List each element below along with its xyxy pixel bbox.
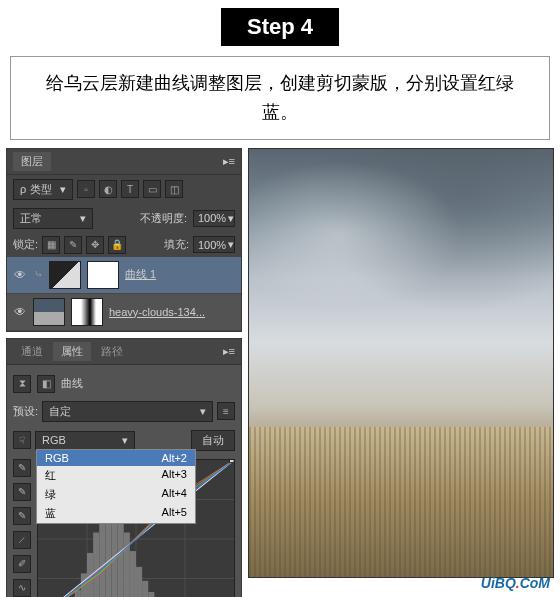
svg-rect-23: [142, 580, 148, 597]
clip-indicator-icon: ⤷: [33, 268, 43, 281]
preview-image: [248, 148, 554, 578]
instruction-text: 给乌云层新建曲线调整图层，创建剪切蒙版，分别设置红绿蓝。: [10, 56, 550, 140]
lock-pixels-icon[interactable]: ✎: [64, 236, 82, 254]
target-adjust-icon[interactable]: ☟: [13, 431, 31, 449]
tab-paths[interactable]: 路径: [93, 342, 131, 361]
properties-body: ⧗ ◧ 曲线 预设: 自定▾ ≡ ☟ RGB▾: [7, 365, 241, 597]
layers-filter-row: ρ类型▾ ▫ ◐ T ▭ ◫: [7, 175, 241, 204]
step-badge: Step 4: [221, 8, 339, 46]
properties-panel: 通道 属性 路径 ▸≡ ⧗ ◧ 曲线 预设: 自定▾ ≡: [6, 338, 242, 597]
lock-transparent-icon[interactable]: ▦: [42, 236, 60, 254]
fill-label: 填充:: [164, 237, 189, 252]
workspace: 图层 ▸≡ ρ类型▾ ▫ ◐ T ▭ ◫ 正常▾ 不透明度: 100%▾: [0, 148, 560, 597]
layer-name-label[interactable]: 曲线 1: [125, 267, 156, 282]
filter-kind-dropdown[interactable]: ρ类型▾: [13, 179, 73, 200]
panel-menu-icon[interactable]: ▸≡: [223, 345, 235, 358]
watermark: UiBQ.CoM: [481, 575, 550, 591]
adjustment-title-row: ⧗ ◧ 曲线: [13, 371, 235, 397]
mask-thumb[interactable]: [71, 298, 103, 326]
eyedropper-black-icon[interactable]: ✎: [13, 459, 31, 477]
svg-rect-22: [136, 566, 142, 597]
svg-rect-21: [130, 551, 136, 597]
channel-option-blue[interactable]: 蓝 Alt+5: [37, 504, 195, 523]
adjustment-title: 曲线: [61, 376, 83, 391]
smooth-icon[interactable]: ∿: [13, 579, 31, 597]
mask-mode-icon[interactable]: ◧: [37, 375, 55, 393]
lock-row: 锁定: ▦ ✎ ✥ 🔒 填充: 100%▾: [7, 233, 241, 257]
filter-smart-icon[interactable]: ◫: [165, 180, 183, 198]
preset-label: 预设:: [13, 404, 38, 419]
pencil-tool-icon[interactable]: ✐: [13, 555, 31, 573]
svg-rect-24: [148, 592, 154, 597]
svg-rect-40: [229, 460, 234, 462]
svg-rect-16: [99, 515, 105, 597]
layers-tab[interactable]: 图层: [13, 152, 51, 171]
channel-options-list: RGB Alt+2 红 Alt+3 绿 Alt+4: [36, 449, 196, 524]
lock-all-icon[interactable]: 🔒: [108, 236, 126, 254]
filter-adjust-icon[interactable]: ◐: [99, 180, 117, 198]
filter-type-icon[interactable]: T: [121, 180, 139, 198]
layer-row-clouds[interactable]: 👁 heavy-clouds-134...: [7, 294, 241, 331]
tab-properties[interactable]: 属性: [53, 342, 91, 361]
svg-rect-15: [93, 532, 99, 597]
left-column: 图层 ▸≡ ρ类型▾ ▫ ◐ T ▭ ◫ 正常▾ 不透明度: 100%▾: [6, 148, 242, 597]
svg-rect-14: [87, 553, 93, 597]
svg-rect-19: [118, 517, 124, 597]
curve-tools: ✎ ✎ ✎ ⟋ ✐ ∿ ✋: [13, 459, 33, 597]
eyedropper-gray-icon[interactable]: ✎: [13, 483, 31, 501]
preset-menu-icon[interactable]: ≡: [217, 402, 235, 420]
visibility-icon[interactable]: 👁: [13, 268, 27, 282]
eyedropper-white-icon[interactable]: ✎: [13, 507, 31, 525]
fill-input[interactable]: 100%▾: [193, 236, 235, 253]
layer-row-curves[interactable]: 👁 ⤷ 曲线 1: [7, 257, 241, 294]
svg-rect-20: [124, 532, 130, 597]
preset-row: 预设: 自定▾ ≡: [13, 397, 235, 426]
visibility-icon[interactable]: 👁: [13, 305, 27, 319]
properties-panel-header: 通道 属性 路径 ▸≡: [7, 339, 241, 365]
opacity-label: 不透明度:: [140, 211, 187, 226]
blend-row: 正常▾ 不透明度: 100%▾: [7, 204, 241, 233]
channel-option-red[interactable]: 红 Alt+3: [37, 466, 195, 485]
channel-row: ☟ RGB▾ RGB Alt+2 红 Alt+3: [13, 426, 235, 455]
channel-option-rgb[interactable]: RGB Alt+2: [37, 450, 195, 466]
curves-icon: ⧗: [13, 375, 31, 393]
layers-panel: 图层 ▸≡ ρ类型▾ ▫ ◐ T ▭ ◫ 正常▾ 不透明度: 100%▾: [6, 148, 242, 332]
lock-label: 锁定:: [13, 237, 38, 252]
auto-button[interactable]: 自动: [191, 430, 235, 451]
filter-pixel-icon[interactable]: ▫: [77, 180, 95, 198]
channel-option-green[interactable]: 绿 Alt+4: [37, 485, 195, 504]
tab-channels[interactable]: 通道: [13, 342, 51, 361]
layer-name-label[interactable]: heavy-clouds-134...: [109, 306, 205, 318]
image-thumb[interactable]: [33, 298, 65, 326]
point-tool-icon[interactable]: ⟋: [13, 531, 31, 549]
layers-panel-header: 图层 ▸≡: [7, 149, 241, 175]
blend-mode-dropdown[interactable]: 正常▾: [13, 208, 93, 229]
opacity-input[interactable]: 100%▾: [193, 210, 235, 227]
mask-thumb[interactable]: [87, 261, 119, 289]
adjustment-thumb[interactable]: [49, 261, 81, 289]
lock-position-icon[interactable]: ✥: [86, 236, 104, 254]
filter-shape-icon[interactable]: ▭: [143, 180, 161, 198]
panel-menu-icon[interactable]: ▸≡: [223, 155, 235, 168]
channel-dropdown[interactable]: RGB▾ RGB Alt+2 红 Alt+3 绿: [35, 431, 135, 450]
preset-dropdown[interactable]: 自定▾: [42, 401, 213, 422]
